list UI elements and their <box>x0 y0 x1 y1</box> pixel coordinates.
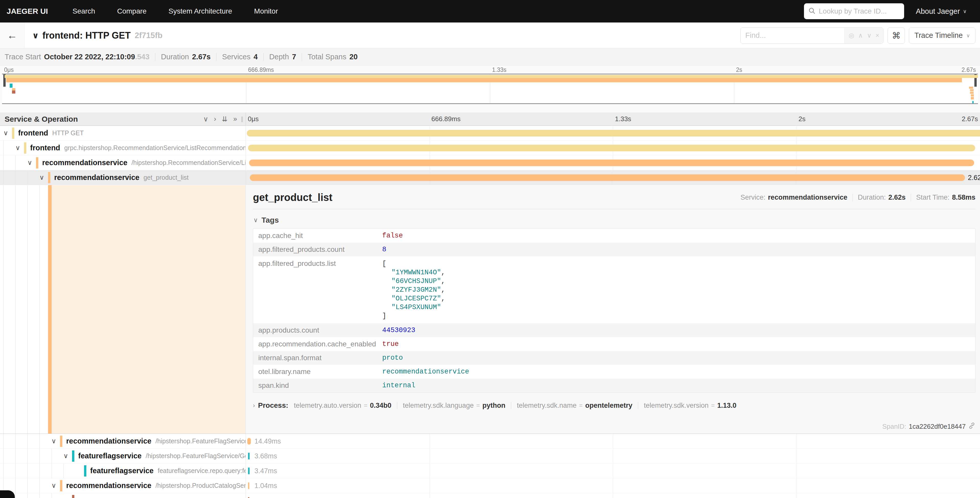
keyboard-shortcuts-button[interactable]: ⌘ <box>888 27 905 44</box>
span-row[interactable]: ∨ frontend grpc.hipstershop.Recommendati… <box>0 140 980 155</box>
tag-key: app.filtered_products.list <box>253 260 382 268</box>
indent-guide <box>15 463 16 478</box>
service-name: frontend <box>18 129 48 137</box>
process-section[interactable]: › Process: telemetry.auto.version=0.34b0… <box>253 401 975 410</box>
trace-id-input[interactable] <box>819 7 900 15</box>
prev-match-icon[interactable]: ∧ <box>858 32 863 39</box>
column-resize-handle[interactable]: ∥ <box>241 116 243 123</box>
tick-label: 2.67s <box>962 67 976 73</box>
back-button[interactable]: ← <box>0 22 24 48</box>
indent-guide <box>27 493 28 498</box>
span-duration-bar[interactable] <box>248 482 249 489</box>
indent-guide <box>15 493 16 498</box>
span-name-cell[interactable]: ∨ recommendationservice /hipstershop.Rec… <box>0 155 246 170</box>
expand-all-icon[interactable]: » <box>233 115 237 123</box>
span-timeline-cell[interactable]: 1.04ms <box>246 478 980 493</box>
timeline-ruler: 0μs666.89ms1.33s2s2.67s <box>246 112 980 126</box>
span-duration-bar[interactable] <box>248 145 975 152</box>
span-name-cell[interactable]: ∨ featureflagservice /hipstershop.Featur… <box>0 449 246 463</box>
divider <box>911 194 911 201</box>
clear-find-icon[interactable]: × <box>875 32 879 39</box>
span-name-cell[interactable]: ∨ frontend grpc.hipstershop.Recommendati… <box>0 140 246 155</box>
service-color-bar <box>72 495 74 498</box>
tag-row[interactable]: app.recommendation.cache_enabled true <box>253 337 975 351</box>
span-timeline-cell[interactable]: 14.49ms <box>246 434 980 449</box>
span-row[interactable]: ∨ recommendationservice /hipstershop.Rec… <box>0 155 980 170</box>
span-duration-bar[interactable] <box>247 130 980 137</box>
span-row[interactable]: ∨ recommendationservice /hipstershop.Fea… <box>0 434 980 449</box>
copy-link-icon[interactable] <box>968 422 975 431</box>
span-row[interactable] <box>0 493 980 498</box>
span-name-cell[interactable] <box>0 493 246 498</box>
span-timeline-cell[interactable]: 3.68ms <box>246 449 980 463</box>
span-collapse-chevron-icon[interactable]: ∨ <box>51 437 60 445</box>
tag-row[interactable]: span.kind internal <box>253 378 975 393</box>
span-name-cell[interactable]: ∨ frontend HTTP GET <box>0 126 246 140</box>
span-timeline-cell[interactable] <box>246 493 980 498</box>
collapse-trace-chevron-icon[interactable]: ∨ <box>32 31 39 40</box>
tag-row[interactable]: otel.library.name recommendationservice <box>253 365 975 378</box>
service-name: featureflagservice <box>90 466 154 475</box>
tag-row[interactable]: app.cache_hit false <box>253 229 975 243</box>
indent-guide <box>27 463 28 478</box>
tag-row[interactable]: app.filtered_products.list ["1YMWWN1N4O"… <box>253 256 975 323</box>
span-collapse-chevron-icon[interactable]: ∨ <box>51 482 60 490</box>
span-name-cell[interactable]: ∨ recommendationservice get_product_list <box>0 170 246 185</box>
tag-row[interactable]: internal.span.format proto <box>253 351 975 365</box>
focus-target-icon[interactable]: ◎ <box>849 32 854 39</box>
search-icon <box>808 7 816 16</box>
tags-section-toggle[interactable]: ∨ Tags <box>253 216 975 225</box>
expand-one-icon[interactable]: › <box>214 115 216 123</box>
nav-item-system-architecture[interactable]: System Architecture <box>169 7 232 15</box>
collapse-all-icon[interactable]: ⇊ <box>222 115 228 123</box>
span-name-cell[interactable]: featureflagservice featureflagservice.re… <box>0 463 246 478</box>
nav-item-compare[interactable]: Compare <box>117 7 146 15</box>
about-jaeger-menu[interactable]: About Jaeger ∨ <box>916 7 967 16</box>
span-timeline-cell[interactable] <box>246 126 980 140</box>
minimap-canvas[interactable] <box>2 73 978 104</box>
trace-id-lookup[interactable] <box>804 3 904 19</box>
indent-guide <box>51 493 52 498</box>
span-collapse-chevron-icon[interactable]: ∨ <box>15 144 24 152</box>
tag-row[interactable]: app.products.count 44530923 <box>253 323 975 337</box>
span-timeline-cell[interactable]: 3.47ms <box>246 463 980 478</box>
timeline-header: Service & Operation ∨ › ⇊ » ∥ 0μs666.89m… <box>0 112 980 126</box>
span-duration-bar[interactable] <box>249 160 974 166</box>
stat-duration: Duration2.67s <box>161 53 210 61</box>
minimap-span-bar <box>6 78 962 82</box>
span-collapse-chevron-icon[interactable]: ∨ <box>27 159 36 167</box>
indent-guide <box>15 155 16 170</box>
span-row[interactable]: featureflagservice featureflagservice.re… <box>0 463 980 478</box>
operation-name: /hipstershop.RecommendationService/Lis..… <box>132 159 246 166</box>
span-detail-panel: get_product_list Service:recommendations… <box>246 185 980 434</box>
next-match-icon[interactable]: ∨ <box>867 32 872 39</box>
view-selector-dropdown[interactable]: Trace Timeline ∨ <box>909 27 975 44</box>
span-name-cell[interactable]: ∨ recommendationservice /hipstershop.Pro… <box>0 478 246 493</box>
span-duration-bar[interactable] <box>248 453 250 460</box>
span-name-cell[interactable]: ∨ recommendationservice /hipstershop.Fea… <box>0 434 246 449</box>
jaeger-trace-page: JAEGER UI SearchCompareSystem Architectu… <box>0 0 980 498</box>
span-timeline-cell[interactable] <box>246 140 980 155</box>
meta-value: recommendationservice <box>768 193 847 201</box>
span-duration-bar[interactable] <box>248 468 250 474</box>
span-row[interactable]: ∨ recommendationservice get_product_list… <box>0 170 980 185</box>
span-detail-row: get_product_list Service:recommendations… <box>0 185 980 434</box>
span-duration-bar[interactable] <box>247 438 251 445</box>
tag-key: otel.library.name <box>253 368 382 376</box>
span-collapse-chevron-icon[interactable]: ∨ <box>64 452 72 460</box>
tag-row[interactable]: app.filtered_products.count 8 <box>253 243 975 256</box>
collapse-one-icon[interactable]: ∨ <box>204 115 208 123</box>
span-collapse-chevron-icon[interactable]: ∨ <box>3 129 12 137</box>
nav-item-search[interactable]: Search <box>73 7 95 15</box>
span-row[interactable]: ∨ frontend HTTP GET <box>0 126 980 140</box>
jaeger-logo[interactable]: JAEGER UI <box>6 7 48 16</box>
span-row[interactable]: ∨ recommendationservice /hipstershop.Pro… <box>0 478 980 493</box>
span-duration-bar[interactable] <box>250 174 965 181</box>
nav-item-monitor[interactable]: Monitor <box>254 7 278 15</box>
span-row[interactable]: ∨ featureflagservice /hipstershop.Featur… <box>0 449 980 463</box>
find-input[interactable] <box>741 28 844 43</box>
span-timeline-cell[interactable]: 2.62s <box>246 170 980 185</box>
span-timeline-cell[interactable] <box>246 155 980 170</box>
span-collapse-chevron-icon[interactable]: ∨ <box>39 174 48 182</box>
timeline-minimap: 0μs666.89ms1.33s2s2.67s <box>0 65 980 112</box>
